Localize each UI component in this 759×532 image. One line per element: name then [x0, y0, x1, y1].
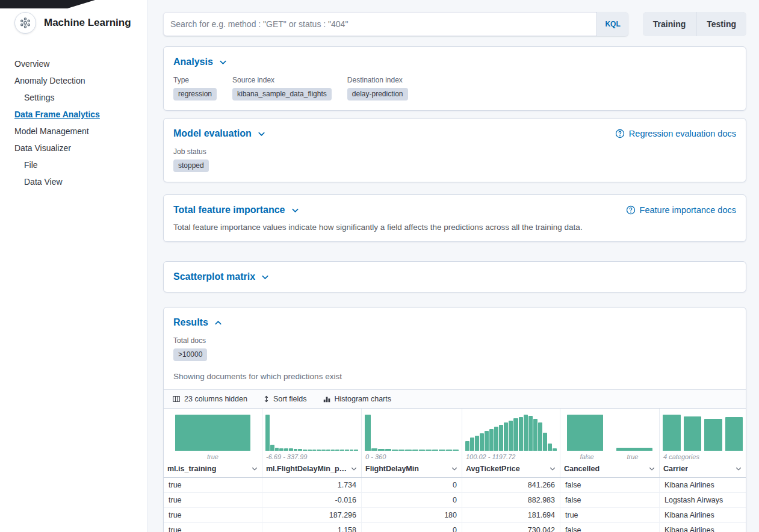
sidebar-item-overview[interactable]: Overview — [14, 55, 140, 72]
table-cell[interactable]: 180 — [362, 508, 462, 522]
chevron-down-icon[interactable] — [350, 465, 358, 472]
sort-fields-button[interactable]: Sort fields — [262, 393, 308, 405]
histogram-range-label: 4 categories — [660, 451, 746, 462]
chevron-up-icon — [214, 318, 223, 327]
testing-button[interactable]: Testing — [696, 12, 746, 36]
job-status-badge: stopped — [173, 159, 209, 172]
column-header-ml.FlightDelayMin_pred[interactable]: ml.FlightDelayMin_pred — [262, 462, 361, 477]
destination-index-field: Destination index delay-prediction — [347, 76, 408, 101]
table-cell[interactable]: true — [164, 493, 262, 507]
histogram-Cancelled — [560, 415, 659, 451]
chevron-down-icon[interactable] — [451, 465, 458, 472]
table-cell[interactable]: 882.983 — [462, 493, 560, 507]
table-cell[interactable]: Kibana Airlines — [660, 523, 746, 532]
results-panel: Results Total docs >10000 Showing docume… — [163, 307, 746, 532]
help-icon — [615, 129, 625, 138]
scatterplot-accordion-toggle[interactable]: Scatterplot matrix — [173, 271, 270, 282]
results-title: Results — [173, 317, 208, 328]
chevron-down-icon — [257, 129, 266, 138]
docs-link-label: Regression evaluation docs — [629, 129, 736, 138]
table-cell[interactable]: -0.016 — [262, 493, 362, 507]
job-status-field: Job status stopped — [173, 147, 209, 172]
table-cell[interactable]: true — [164, 478, 262, 492]
table-cell[interactable]: true — [164, 508, 262, 522]
table-row: true187.296180181.694trueKibana Airlines — [164, 508, 746, 523]
analysis-title: Analysis — [173, 57, 213, 67]
table-row: true1.7340841.266falseKibana Airlines — [164, 478, 746, 493]
chevron-down-icon[interactable] — [648, 465, 655, 472]
histogram-AvgTicketPrice — [462, 415, 560, 451]
table-cell[interactable]: 1.734 — [262, 478, 362, 492]
sidebar-item-settings[interactable]: Settings — [14, 89, 140, 106]
training-testing-toggle: Training Testing — [643, 12, 746, 36]
chevron-down-icon — [261, 273, 270, 282]
feature-importance-accordion-toggle[interactable]: Total feature importance — [173, 205, 300, 215]
columns-hidden-button[interactable]: 23 columns hidden — [171, 393, 249, 405]
table-cell[interactable]: 0 — [362, 523, 462, 532]
total-docs-label: Total docs — [173, 336, 207, 345]
column-header-ml.is_training[interactable]: ml.is_training — [164, 462, 262, 477]
sidebar: Machine Learning OverviewAnomaly Detecti… — [0, 0, 148, 532]
source-index-label: Source index — [232, 76, 332, 84]
kql-button[interactable]: KQL — [596, 12, 628, 36]
table-cell[interactable]: Logstash Airways — [660, 493, 746, 507]
sidebar-item-anomaly-detection[interactable]: Anomaly Detection — [14, 72, 140, 89]
sidebar-nav: OverviewAnomaly DetectionSettingsData Fr… — [14, 55, 140, 190]
table-cell[interactable]: 181.694 — [462, 508, 560, 522]
app: Machine Learning OverviewAnomaly Detecti… — [0, 0, 759, 532]
histogram-range-label: true — [164, 451, 262, 462]
column-header-AvgTicketPrice[interactable]: AvgTicketPrice — [462, 462, 560, 477]
histogram-ml.FlightDelayMin_pred — [262, 415, 361, 451]
feature-importance-docs-link[interactable]: Feature importance docs — [626, 205, 736, 215]
column-header-FlightDelayMin[interactable]: FlightDelayMin — [362, 462, 462, 477]
column-header-Cancelled[interactable]: Cancelled — [560, 462, 659, 477]
histogram-range-label: falsetrue — [560, 451, 659, 462]
app-title: Machine Learning — [44, 17, 131, 29]
sidebar-item-model-management[interactable]: Model Management — [14, 123, 140, 140]
column-header-Carrier[interactable]: Carrier — [660, 462, 746, 477]
sort-icon — [263, 395, 270, 403]
table-cell[interactable]: false — [560, 478, 660, 492]
table-cell[interactable]: true — [164, 523, 262, 532]
table-cell[interactable]: 0 — [362, 478, 462, 492]
training-button[interactable]: Training — [643, 12, 696, 36]
model-evaluation-accordion-toggle[interactable]: Model evaluation — [173, 128, 266, 139]
table-cell[interactable]: Kibana Airlines — [660, 478, 746, 492]
sidebar-item-file[interactable]: File — [14, 156, 140, 173]
histogram-range-label: 0 - 360 — [362, 451, 462, 462]
chevron-down-icon — [291, 206, 300, 215]
regression-evaluation-docs-link[interactable]: Regression evaluation docs — [615, 129, 736, 138]
grid-column-Carrier: 4 categoriesCarrier — [660, 409, 746, 477]
scatterplot-title: Scatterplot matrix — [173, 271, 255, 282]
table-cell[interactable]: 1.158 — [262, 523, 362, 532]
table-cell[interactable]: 730.042 — [462, 523, 560, 532]
logo-row: Machine Learning — [14, 12, 140, 34]
main-content: KQL Training Testing Analysis Type — [148, 0, 759, 532]
table-cell[interactable]: false — [560, 523, 660, 532]
chevron-down-icon[interactable] — [735, 465, 742, 472]
machine-learning-logo-icon[interactable] — [14, 12, 36, 34]
grid-body: true1.7340841.266falseKibana Airlinestru… — [164, 478, 746, 532]
histogram-Carrier — [660, 415, 746, 451]
table-cell[interactable]: 841.266 — [462, 478, 560, 492]
sidebar-item-data-visualizer[interactable]: Data Visualizer — [14, 140, 140, 156]
sidebar-item-data-frame-analytics[interactable]: Data Frame Analytics — [14, 106, 140, 123]
search-input[interactable] — [163, 12, 596, 36]
table-cell[interactable]: false — [560, 493, 660, 507]
chevron-down-icon[interactable] — [251, 465, 258, 472]
chevron-down-icon[interactable] — [549, 465, 556, 472]
histogram-charts-button[interactable]: Histogram charts — [321, 393, 392, 405]
destination-index-label: Destination index — [347, 76, 408, 84]
table-cell[interactable]: Kibana Airlines — [660, 508, 746, 522]
results-accordion-toggle[interactable]: Results — [173, 317, 223, 328]
histogram-ml.is_training — [164, 415, 262, 451]
type-field: Type regression — [173, 76, 217, 101]
table-cell[interactable]: 187.296 — [262, 508, 362, 522]
grid-column-ml.FlightDelayMin_pred: -6.69 - 337.99ml.FlightDelayMin_pred — [262, 409, 362, 477]
table-cell[interactable]: true — [560, 508, 660, 522]
analysis-accordion-toggle[interactable]: Analysis — [173, 57, 228, 67]
grid-toolbar: 23 columns hidden Sort fields Histogram … — [164, 389, 746, 409]
sidebar-item-data-view[interactable]: Data View — [14, 173, 140, 190]
table-cell[interactable]: 0 — [362, 493, 462, 507]
destination-index-badge: delay-prediction — [347, 88, 408, 101]
